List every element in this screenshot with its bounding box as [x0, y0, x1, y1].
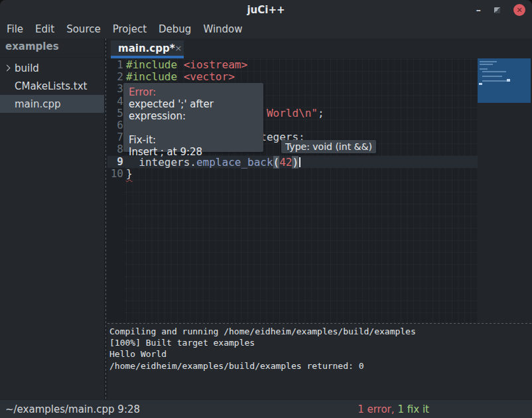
- file-tree-sidebar: examples buildCMakeLists.txtmain.cpp: [0, 38, 104, 399]
- code-segment: #include: [126, 70, 177, 83]
- fixit-count[interactable]: 1 fix it: [398, 403, 429, 415]
- code-line-10[interactable]: }: [126, 168, 324, 180]
- tab-main-cpp[interactable]: main.cpp* ×: [111, 40, 184, 58]
- tree-item-label: CMakeLists.txt: [15, 80, 87, 92]
- tab-close-icon[interactable]: ×: [174, 43, 182, 53]
- menu-window[interactable]: Window: [197, 23, 248, 35]
- diagnostic-tooltip: Error: expected ';' after expression: Fi…: [123, 83, 263, 152]
- line-number: 5: [107, 107, 123, 119]
- diagnostic-title: Error:: [129, 86, 258, 98]
- output-line: /home/eidheim/examples/build/examples re…: [109, 360, 532, 372]
- diagnostic-spacer: [129, 122, 258, 134]
- overview-code-mark: [480, 68, 488, 70]
- overview-code-mark: [480, 64, 493, 65]
- output-panel[interactable]: Compiling and running /home/eidheim/exam…: [107, 325, 532, 399]
- fixit-label: Fix-it:: [129, 134, 258, 146]
- code-line-2[interactable]: #include <vector>: [126, 71, 324, 83]
- tab-strip: main.cpp* ×: [107, 38, 532, 58]
- tree-item-label: build: [15, 62, 39, 74]
- output-line: Compiling and running /home/eidheim/exam…: [109, 326, 532, 337]
- code-segment: (: [273, 156, 280, 169]
- restore-icon[interactable]: [494, 7, 500, 13]
- tab-label: main.cpp*: [118, 42, 174, 54]
- overview-code-mark: [480, 61, 497, 62]
- fixit-text: Insert ; at 9:28: [129, 146, 258, 158]
- minimize-button[interactable]: –: [476, 7, 482, 13]
- text-cursor: [299, 157, 300, 167]
- status-bar: ~/examples/main.cpp 9:28 1 error, 1 fix …: [0, 399, 532, 418]
- menu-project[interactable]: Project: [107, 23, 153, 35]
- tree-item-cmakelists-txt[interactable]: CMakeLists.txt: [0, 77, 104, 95]
- tree-item-main-cpp[interactable]: main.cpp: [0, 95, 104, 113]
- code-line-1[interactable]: #include <iostream>: [126, 59, 324, 71]
- type-tooltip: Type: void (int &&): [281, 140, 376, 153]
- window-title: juCi++: [247, 4, 285, 16]
- code-segment: ): [292, 156, 299, 169]
- diagnostic-message: expected ';' after expression:: [129, 98, 258, 122]
- line-number: 1: [107, 59, 123, 71]
- overview-code-mark: [479, 83, 482, 85]
- editor-pane: main.cpp* × 12345678910 #include <iostre…: [107, 38, 532, 399]
- code-segment: 42: [279, 156, 292, 169]
- line-number-gutter: 12345678910: [107, 59, 123, 180]
- code-segment: <vector>: [184, 70, 235, 83]
- code-segment: [177, 70, 184, 83]
- status-diagnostics: 1 error, 1 fix it: [358, 400, 429, 418]
- line-number: 2: [107, 71, 123, 83]
- window-controls: – ✕: [476, 0, 526, 20]
- code-segment: ;: [318, 107, 324, 119]
- menubar: FileEditSourceProjectDebugWindow: [0, 20, 532, 38]
- tree-item-build[interactable]: build: [0, 59, 104, 77]
- titlebar[interactable]: juCi++ – ✕: [0, 0, 532, 20]
- file-tree: buildCMakeLists.txtmain.cpp: [0, 59, 104, 113]
- juci-window: juCi++ – ✕ FileEditSourceProjectDebugWin…: [0, 0, 532, 418]
- output-line: Hello World: [109, 348, 532, 360]
- overview-code-mark: [507, 79, 510, 82]
- project-name-header: examples: [0, 38, 104, 58]
- line-number: 4: [107, 96, 123, 107]
- menu-source[interactable]: Source: [60, 23, 107, 35]
- status-file-location: ~/examples/main.cpp 9:28: [5, 403, 140, 415]
- menu-edit[interactable]: Edit: [29, 23, 60, 35]
- overview-code-mark: [482, 71, 506, 72]
- line-number: 7: [107, 131, 123, 143]
- overview-map[interactable]: [478, 58, 531, 103]
- tree-item-label: main.cpp: [15, 98, 61, 110]
- code-segment: #include: [126, 58, 177, 71]
- code-segment: <iostream>: [184, 58, 247, 71]
- close-button[interactable]: ✕: [513, 4, 525, 16]
- chevron-right-icon[interactable]: [4, 65, 11, 72]
- code-segment: [177, 58, 184, 71]
- overview-code-mark: [482, 80, 507, 82]
- overview-map-column[interactable]: [478, 58, 532, 322]
- line-number: 9: [107, 156, 123, 168]
- code-segment: }: [126, 167, 133, 180]
- line-number: 8: [107, 143, 123, 155]
- overview-code-mark: [482, 76, 502, 77]
- menu-file[interactable]: File: [1, 23, 29, 35]
- output-line: [100%] Built target examples: [109, 337, 532, 348]
- line-number: 3: [107, 83, 123, 95]
- source-editor[interactable]: 12345678910 #include <iostream>#include …: [107, 58, 532, 322]
- error-count[interactable]: 1 error,: [358, 403, 394, 415]
- menu-debug[interactable]: Debug: [153, 23, 197, 35]
- line-number: 10: [107, 168, 123, 180]
- line-number: 6: [107, 119, 123, 131]
